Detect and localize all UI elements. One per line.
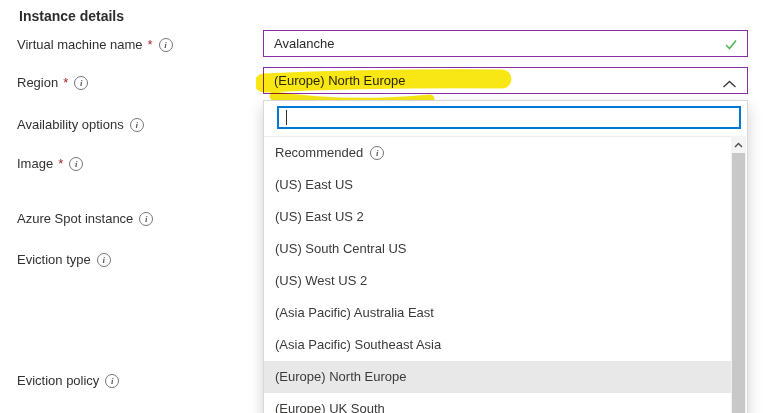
region-group-header-text: Recommended [275,137,363,169]
eviction-policy-label: Eviction policy i [17,373,119,389]
eviction-type-label: Eviction type i [17,252,111,268]
chevron-up-icon [722,77,737,92]
required-asterisk: * [148,37,153,53]
info-icon[interactable]: i [159,38,173,52]
dropdown-scrollbar[interactable] [731,136,746,413]
section-title: Instance details [19,8,124,24]
scrollbar-thumb[interactable] [732,153,745,413]
availability-options-label-text: Availability options [17,117,124,133]
region-combobox[interactable]: (Europe) North Europe [263,67,748,94]
info-icon[interactable]: i [69,157,83,171]
azure-spot-label: Azure Spot instance i [17,211,153,227]
region-option[interactable]: (Asia Pacific) Australia East [264,297,731,329]
valid-check-icon [723,37,739,54]
region-option[interactable]: (US) East US 2 [264,201,731,233]
info-icon[interactable]: i [105,374,119,388]
region-option[interactable]: (Asia Pacific) Southeast Asia [264,329,731,361]
info-icon[interactable]: i [74,76,88,90]
info-icon[interactable]: i [97,253,111,267]
instance-details-form: Instance details Virtual machine name* i… [0,0,769,413]
region-search-field[interactable] [277,106,741,129]
required-asterisk: * [58,156,63,172]
vm-name-value: Avalanche [274,36,334,51]
eviction-type-label-text: Eviction type [17,252,91,268]
region-option[interactable]: (US) East US [264,169,731,201]
availability-options-label: Availability options i [17,117,144,133]
vm-name-input[interactable]: Avalanche [263,30,748,57]
region-option[interactable]: (US) West US 2 [264,265,731,297]
azure-spot-label-text: Azure Spot instance [17,211,133,227]
info-icon[interactable]: i [130,118,144,132]
scrollbar-up-button[interactable] [731,136,746,153]
image-label-text: Image [17,156,53,172]
region-selected-value: (Europe) North Europe [274,73,406,88]
info-icon[interactable]: i [139,212,153,226]
region-search-input[interactable] [287,108,739,127]
region-label-text: Region [17,75,58,91]
vm-name-label-text: Virtual machine name [17,37,143,53]
scroll-up-icon [734,142,743,148]
region-dropdown-panel: Recommended i (US) East US (US) East US … [263,100,748,413]
region-options-list: Recommended i (US) East US (US) East US … [264,136,731,413]
image-label: Image* i [17,156,83,172]
region-option[interactable]: (US) South Central US [264,233,731,265]
eviction-policy-label-text: Eviction policy [17,373,99,389]
region-label: Region* i [17,75,88,91]
required-asterisk: * [63,75,68,91]
region-option-selected[interactable]: (Europe) North Europe [264,361,731,393]
region-group-header: Recommended i [264,137,731,169]
vm-name-label: Virtual machine name* i [17,37,173,53]
region-option[interactable]: (Europe) UK South [264,393,731,413]
info-icon[interactable]: i [370,146,384,160]
